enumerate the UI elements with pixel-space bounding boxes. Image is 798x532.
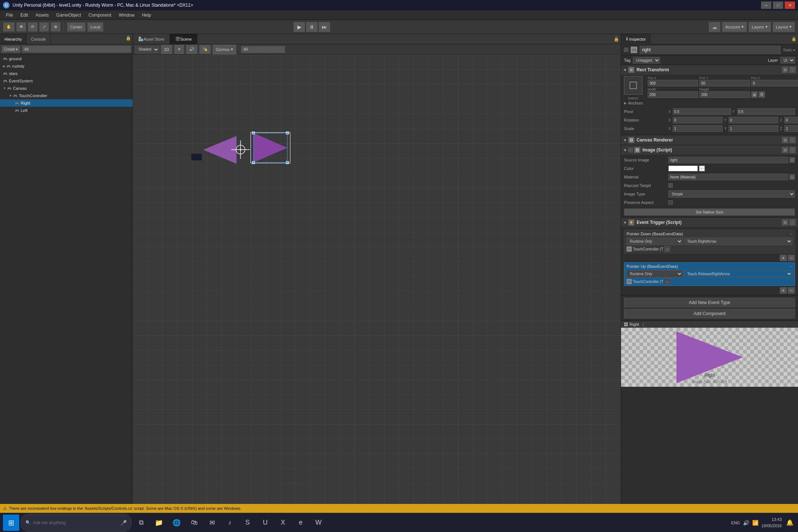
image-enabled-checkbox[interactable] <box>628 148 633 152</box>
rot-z-input[interactable] <box>784 117 798 123</box>
taskbar-unity-run[interactable]: U <box>257 515 273 531</box>
inspector-lock[interactable]: 🔒 <box>790 35 798 43</box>
pointer-up-remove-btn[interactable]: − <box>788 287 795 294</box>
tag-select[interactable]: Untagged <box>633 57 660 64</box>
hierarchy-item-rushdy[interactable]: ▶ 🎮 rushdy <box>0 62 133 70</box>
rect-settings-btn[interactable]: ⚙ <box>782 66 788 73</box>
menu-assets[interactable]: Assets <box>32 10 52 20</box>
transform-rotate-tool[interactable]: ⟳ <box>28 22 38 32</box>
material-input[interactable] <box>668 174 788 180</box>
pointer-up-add-btn[interactable]: + <box>780 287 787 294</box>
taskbar-task-view[interactable]: ⧉ <box>133 515 149 531</box>
taskbar-edge[interactable]: 🌐 <box>168 515 185 531</box>
gizmos-dropdown[interactable]: Gizmos ▾ <box>212 44 236 55</box>
hierarchy-item-left[interactable]: 🎮 Left <box>0 107 133 114</box>
source-image-input[interactable] <box>668 157 788 163</box>
layout-dropdown[interactable]: Layout ▾ <box>773 22 795 32</box>
taskbar-mail[interactable]: ✉ <box>204 515 220 531</box>
play-button[interactable]: ▶ <box>293 22 305 32</box>
pointer-down-fn-select[interactable]: Touch.RightArrow <box>684 238 792 245</box>
pointer-down-remove[interactable]: − <box>790 231 792 236</box>
menu-component[interactable]: Component <box>85 10 115 20</box>
object-name-input[interactable] <box>640 46 781 54</box>
hierarchy-item-eventsystem[interactable]: 🎮 EventSystem <box>0 77 133 85</box>
menu-window[interactable]: Window <box>115 10 138 20</box>
center-toggle[interactable]: Center <box>67 22 86 32</box>
hierarchy-item-ground[interactable]: 🎮 ground <box>0 55 133 62</box>
image-type-select[interactable]: Simple <box>668 190 795 198</box>
scale-z-input[interactable] <box>784 125 798 132</box>
scale-y-input[interactable] <box>729 125 778 132</box>
local-toggle[interactable]: Local <box>87 22 103 32</box>
transform-move-tool[interactable]: ✥ <box>16 22 26 32</box>
taskbar-notifications[interactable]: 🔔 <box>785 519 795 526</box>
pointer-up-fn-select[interactable]: Touch.ReleaseRightArrow <box>684 270 792 277</box>
object-active-checkbox[interactable] <box>624 48 628 52</box>
image-script-settings-btn[interactable]: ⚙ <box>782 147 788 153</box>
layer-select[interactable]: UI <box>780 57 795 64</box>
color-picker-button[interactable]: ✏ <box>699 166 705 171</box>
scene-lock[interactable]: 🔒 <box>612 35 621 43</box>
event-trigger-header[interactable]: ▼ ⚡ Event Trigger (Script) ⚙ ⋮ <box>621 218 798 227</box>
hierarchy-item-stars[interactable]: 🎮 stars <box>0 70 133 77</box>
tab-inspector[interactable]: ℹ Inspector <box>621 34 651 44</box>
pivot-y-input[interactable] <box>737 108 795 115</box>
scene-lighting-button[interactable]: ☀ <box>174 45 184 54</box>
event-trigger-more-btn[interactable]: ⋮ <box>789 219 796 226</box>
minimize-button[interactable]: ─ <box>761 1 771 9</box>
event-trigger-settings-btn[interactable]: ⚙ <box>782 219 788 226</box>
source-image-target-btn[interactable]: ◎ <box>789 157 795 163</box>
hierarchy-lock[interactable]: 🔒 <box>124 34 133 44</box>
hierarchy-item-touchcontroller[interactable]: ▼ 🎮 TouchController <box>0 92 133 99</box>
pause-button[interactable]: ⏸ <box>306 22 318 32</box>
shading-mode-select[interactable]: Shaded <box>135 46 159 53</box>
tab-console[interactable]: Console <box>27 34 51 44</box>
menu-file[interactable]: File <box>2 10 17 20</box>
rot-x-input[interactable] <box>673 117 723 123</box>
pointer-up-remove[interactable]: − <box>790 264 792 269</box>
close-button[interactable]: ✕ <box>785 1 795 9</box>
tab-scene[interactable]: 🎬 Scene <box>170 34 197 44</box>
maximize-button[interactable]: □ <box>773 1 783 9</box>
pointer-down-add-btn[interactable]: + <box>780 255 787 261</box>
hierarchy-search[interactable] <box>22 45 131 53</box>
preserve-aspect-checkbox[interactable] <box>668 200 673 205</box>
menu-edit[interactable]: Edit <box>17 10 32 20</box>
set-native-size-button[interactable]: Set Native Size <box>624 208 795 216</box>
tab-asset-store[interactable]: 🏪 Asset Store <box>133 34 170 44</box>
taskbar-search-input[interactable] <box>33 516 118 530</box>
height-input[interactable] <box>699 91 750 98</box>
taskbar-clock[interactable]: 13:43 19/05/2016 <box>761 516 782 529</box>
scene-search[interactable] <box>241 46 285 53</box>
rect-constrain-btn[interactable]: ⊞ <box>751 91 758 98</box>
pointer-down-target-btn[interactable]: ◎ <box>664 246 670 252</box>
start-button[interactable]: ⊞ <box>3 515 19 531</box>
image-script-more-btn[interactable]: ⋮ <box>789 147 796 153</box>
transform-rect-tool[interactable]: ⊕ <box>51 22 61 32</box>
canvas-renderer-settings-btn[interactable]: ⚙ <box>782 137 788 143</box>
rot-y-input[interactable] <box>729 117 778 123</box>
hierarchy-create-button[interactable]: Create ▾ <box>1 45 20 53</box>
pos-z-input[interactable] <box>751 80 798 86</box>
pivot-x-input[interactable] <box>673 108 731 115</box>
canvas-renderer-more-btn[interactable]: ⋮ <box>789 137 796 143</box>
transform-scale-tool[interactable]: ⤢ <box>39 22 49 32</box>
material-target-btn[interactable]: ◎ <box>789 174 795 180</box>
add-component-button[interactable]: Add Component <box>624 309 795 318</box>
taskbar-browser2[interactable]: e <box>293 515 309 531</box>
pointer-up-target-btn[interactable]: ◎ <box>664 279 670 284</box>
layers-dropdown[interactable]: Layers ▾ <box>748 22 771 32</box>
taskbar-explorer[interactable]: 📁 <box>151 515 167 531</box>
hierarchy-item-right[interactable]: 🎮 Right <box>0 99 133 107</box>
pointer-up-runtime-select[interactable]: Runtime Only <box>627 270 683 277</box>
taskbar-store[interactable]: 🛍 <box>186 515 202 531</box>
color-swatch[interactable] <box>668 166 698 171</box>
scale-x-input[interactable] <box>673 125 723 132</box>
raycast-checkbox[interactable] <box>668 183 673 188</box>
pos-x-input[interactable] <box>648 80 698 86</box>
pointer-down-runtime-select[interactable]: Runtime Only <box>627 238 683 245</box>
canvas-renderer-header[interactable]: ▼ 🖼 Canvas Renderer ⚙ ⋮ <box>621 135 798 145</box>
step-button[interactable]: ⏭ <box>318 22 330 32</box>
menu-help[interactable]: Help <box>138 10 155 20</box>
account-dropdown[interactable]: Account ▾ <box>722 22 747 32</box>
